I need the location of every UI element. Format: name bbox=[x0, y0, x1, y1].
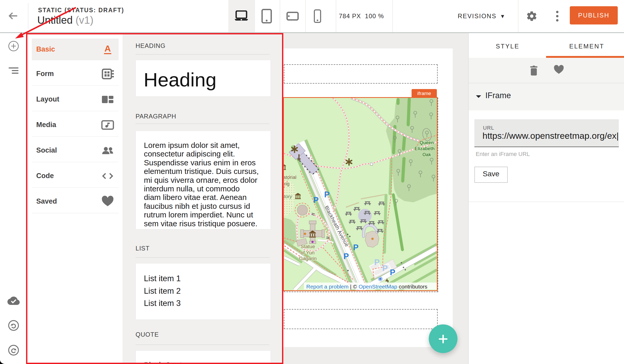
svg-text:P: P bbox=[374, 258, 380, 267]
svg-text:tory: tory bbox=[284, 194, 292, 199]
svg-text:Oak: Oak bbox=[422, 152, 431, 157]
svg-text:Report a problem | © OpenStree: Report a problem | © OpenStreetMap contr… bbox=[306, 284, 427, 290]
svg-text:P: P bbox=[353, 243, 359, 252]
svg-text:Statue: Statue bbox=[301, 244, 315, 249]
svg-text:uatorial: uatorial bbox=[284, 174, 296, 180]
svg-text:P: P bbox=[344, 252, 349, 261]
svg-text:ding: ding bbox=[284, 181, 290, 186]
svg-text:A: A bbox=[105, 43, 111, 53]
svg-text:P: P bbox=[382, 264, 388, 273]
svg-text:P: P bbox=[390, 268, 395, 277]
svg-text:Elizabeth: Elizabeth bbox=[415, 146, 435, 151]
svg-text:P: P bbox=[313, 196, 319, 205]
svg-text:P: P bbox=[324, 190, 330, 199]
svg-text:Gagarin: Gagarin bbox=[299, 256, 317, 261]
svg-text:of Yuri: of Yuri bbox=[301, 250, 315, 255]
svg-text:Queen: Queen bbox=[420, 140, 434, 145]
